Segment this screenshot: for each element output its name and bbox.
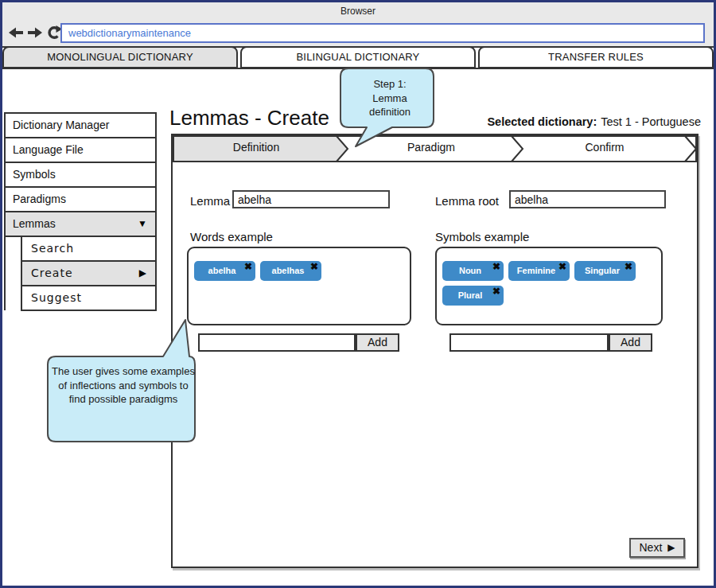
lemma-input[interactable] xyxy=(232,190,390,208)
sidebar-item-label: Dictionary Manager xyxy=(13,119,109,131)
word-add-button[interactable]: Add xyxy=(356,333,399,352)
lemma-root-input[interactable] xyxy=(509,190,666,208)
lemmas-submenu: Search ▶ Create Suggest xyxy=(21,236,157,311)
selected-dictionary: Selected dictionary:Test 1 - Portuguese xyxy=(487,115,701,128)
lemma-root-label: Lemma root xyxy=(435,194,499,208)
note-callout-text: The user gives some examples of inflecti… xyxy=(52,364,195,407)
remove-icon[interactable]: ✖ xyxy=(625,262,632,271)
chip-label: Singular xyxy=(585,266,620,275)
step1-callout-text: Step 1: Lemma definition xyxy=(340,77,439,119)
remove-icon[interactable]: ✖ xyxy=(492,262,500,271)
word-chip: ✖abelha xyxy=(194,261,255,281)
symbol-add-button[interactable]: Add xyxy=(609,333,652,352)
back-icon[interactable] xyxy=(7,24,25,41)
sidebar-item-label: Lemmas xyxy=(13,217,56,230)
wizard-panel: Definition Paradigm Confirm Lemma Lemma … xyxy=(171,134,698,568)
selected-dictionary-label: Selected dictionary: xyxy=(487,115,597,128)
chip-label: Feminine xyxy=(517,266,555,275)
sidebar-item-paradigms[interactable]: Paradigms xyxy=(4,186,157,212)
browser-nav-icons xyxy=(7,24,60,43)
sidebar-item-label: Language File xyxy=(13,143,84,156)
remove-icon[interactable]: ✖ xyxy=(492,286,500,296)
wizard-step-confirm[interactable]: Confirm xyxy=(541,141,668,154)
submenu-connector-line xyxy=(4,236,6,310)
chevron-right-icon: ▶ xyxy=(139,262,147,285)
symbol-chip: ✖Noun xyxy=(442,261,504,281)
window-title: Browser xyxy=(2,2,714,20)
remove-icon[interactable]: ✖ xyxy=(558,262,566,271)
tab-transfer-rules[interactable]: TRANSFER RULES xyxy=(478,46,714,68)
url-input[interactable] xyxy=(60,23,705,43)
sidebar: Dictionary Manager Language File Symbols… xyxy=(4,112,157,311)
sidebar-item-language-file[interactable]: Language File xyxy=(4,137,157,163)
selected-dictionary-value: Test 1 - Portuguese xyxy=(601,115,701,128)
chip-label: abelhas xyxy=(272,266,305,275)
word-chip: ✖abelhas xyxy=(260,261,321,281)
symbols-example-box: ✖Noun ✖Feminine ✖Singular ✖Plural xyxy=(435,247,663,325)
submenu-item-search[interactable]: Search xyxy=(21,236,157,262)
next-button[interactable]: Next ▶ xyxy=(629,538,685,558)
tab-monolingual-dictionary[interactable]: MONOLINGUAL DICTIONARY xyxy=(2,46,238,68)
symbol-add-input[interactable] xyxy=(449,333,609,352)
word-add-input[interactable] xyxy=(198,333,356,352)
sidebar-item-label: Symbols xyxy=(13,168,56,181)
sidebar-item-symbols[interactable]: Symbols xyxy=(4,162,157,188)
submenu-item-label: Suggest xyxy=(31,291,82,304)
remove-icon[interactable]: ✖ xyxy=(244,262,252,271)
submenu-item-create[interactable]: ▶ Create xyxy=(21,260,157,286)
page-title: Lemmas - Create xyxy=(169,106,329,130)
symbol-chip: ✖Singular xyxy=(574,261,636,281)
sidebar-item-label: Paradigms xyxy=(13,193,66,205)
words-example-box: ✖abelha ✖abelhas xyxy=(187,247,411,325)
tab-bilingual-dictionary[interactable]: BILINGUAL DICTIONARY xyxy=(240,46,476,68)
chip-label: abelha xyxy=(208,266,236,275)
symbol-chip: ✖Feminine xyxy=(508,261,570,281)
chip-label: Plural xyxy=(458,290,483,300)
submenu-item-suggest[interactable]: Suggest xyxy=(21,285,157,311)
next-button-label: Next xyxy=(639,540,662,555)
remove-icon[interactable]: ✖ xyxy=(310,262,318,271)
symbol-chip: ✖Plural xyxy=(442,286,504,306)
sidebar-item-dictionary-manager[interactable]: Dictionary Manager xyxy=(4,112,157,138)
play-right-icon: ▶ xyxy=(667,540,675,555)
submenu-item-label: Create xyxy=(31,267,73,279)
forward-icon[interactable] xyxy=(26,24,44,41)
sidebar-item-lemmas[interactable]: ▼ Lemmas xyxy=(4,211,157,237)
words-example-label: Words example xyxy=(190,230,273,243)
browser-window: Browser MONOLINGUAL DICTIONARY BILINGUAL… xyxy=(0,0,716,588)
wizard-step-definition[interactable]: Definition xyxy=(193,141,320,154)
lemma-label: Lemma xyxy=(190,194,230,208)
chip-label: Noun xyxy=(459,266,481,275)
submenu-item-label: Search xyxy=(31,242,74,255)
chevron-down-icon: ▼ xyxy=(138,212,147,236)
symbols-example-label: Symbols example xyxy=(435,230,529,243)
